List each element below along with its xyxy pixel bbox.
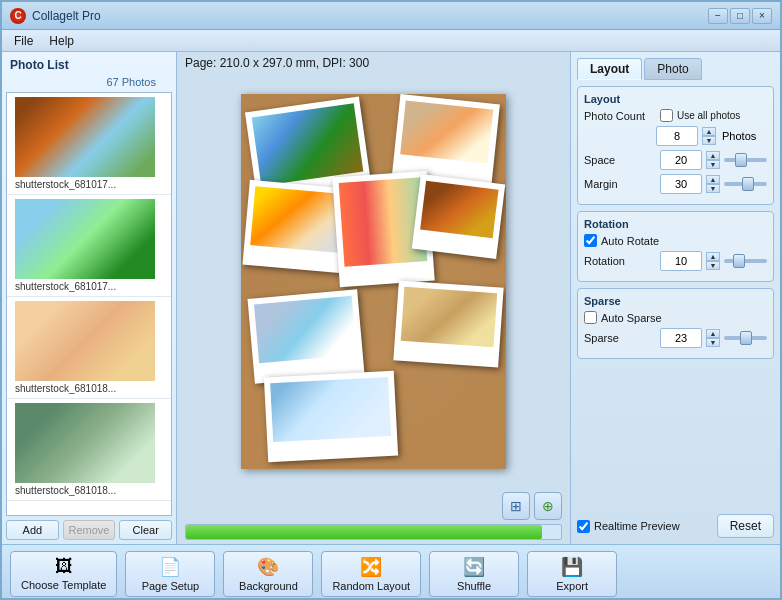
sparse-input[interactable] xyxy=(660,328,702,348)
shuffle-button[interactable]: 🔄 Shuffle xyxy=(429,551,519,597)
rotation-group: Rotation Auto Rotate Rotation ▲ ▼ xyxy=(577,211,774,282)
photo-name-1: shutterstock_681017... xyxy=(15,179,155,190)
space-up[interactable]: ▲ xyxy=(706,151,720,160)
auto-sparse-row: Auto Sparse xyxy=(584,311,767,324)
sparse-group-title: Sparse xyxy=(584,295,767,307)
page-setup-button[interactable]: 📄 Page Setup xyxy=(125,551,215,597)
list-item[interactable]: shutterstock_681018... xyxy=(7,399,171,501)
tab-photo[interactable]: Photo xyxy=(644,58,701,80)
auto-sparse-checkbox[interactable] xyxy=(584,311,597,324)
sparse-slider[interactable] xyxy=(724,336,767,340)
collage-photo-6[interactable] xyxy=(248,289,365,383)
margin-label: Margin xyxy=(584,178,656,190)
photo-scroll-area[interactable]: shutterstock_681017... shutterstock_6810… xyxy=(6,92,172,516)
choose-template-button[interactable]: 🖼 Choose Template xyxy=(10,551,117,597)
collage-photo-7[interactable] xyxy=(393,280,503,367)
canvas-toolbar: ⊞ ⊕ xyxy=(185,492,562,520)
photos-suffix: Photos xyxy=(722,130,756,142)
shuffle-label: Shuffle xyxy=(457,580,491,592)
margin-slider-thumb xyxy=(742,177,754,191)
close-button[interactable]: × xyxy=(752,8,772,24)
menu-file[interactable]: File xyxy=(6,32,41,50)
collage-image-2 xyxy=(400,100,493,163)
photo-name-2: shutterstock_681017... xyxy=(15,281,155,292)
auto-rotate-row: Auto Rotate xyxy=(584,234,767,247)
collage-photo-8[interactable] xyxy=(264,370,398,462)
use-all-checkbox[interactable] xyxy=(660,109,673,122)
window-controls: − □ × xyxy=(708,8,772,24)
export-label: Export xyxy=(556,580,588,592)
photo-name-3: shutterstock_681018... xyxy=(15,383,155,394)
minimize-button[interactable]: − xyxy=(708,8,728,24)
collage-image-1 xyxy=(252,103,364,186)
photo-thumb-3 xyxy=(15,301,155,381)
tab-layout[interactable]: Layout xyxy=(577,58,642,80)
rotation-slider-thumb xyxy=(733,254,745,268)
list-item[interactable]: shutterstock_681017... xyxy=(7,195,171,297)
photo-count-down[interactable]: ▼ xyxy=(702,136,716,145)
realtime-checkbox[interactable] xyxy=(577,520,590,533)
random-layout-icon: 🔀 xyxy=(360,556,382,578)
margin-down[interactable]: ▼ xyxy=(706,184,720,193)
margin-up[interactable]: ▲ xyxy=(706,175,720,184)
reset-button[interactable]: Reset xyxy=(717,514,774,538)
photo-name-4: shutterstock_681018... xyxy=(15,485,155,496)
right-panel: Layout Photo Layout Photo Count Use all … xyxy=(570,52,780,544)
photo-count: 67 Photos xyxy=(6,76,172,88)
auto-rotate-label: Auto Rotate xyxy=(601,235,659,247)
collage-canvas[interactable] xyxy=(241,94,506,469)
main-area: Photo List 67 Photos shutterstock_681017… xyxy=(2,52,780,544)
crop-tool-button[interactable]: ⊞ xyxy=(502,492,530,520)
margin-input[interactable] xyxy=(660,174,702,194)
choose-template-icon: 🖼 xyxy=(55,556,73,577)
page-info: Page: 210.0 x 297.0 mm, DPI: 300 xyxy=(185,56,562,70)
collage-image-7 xyxy=(401,286,498,346)
collage-image-5 xyxy=(420,180,498,238)
sparse-up[interactable]: ▲ xyxy=(706,329,720,338)
photo-count-spinner: ▲ ▼ xyxy=(702,127,716,145)
app-icon: C xyxy=(10,8,26,24)
space-down[interactable]: ▼ xyxy=(706,160,720,169)
sparse-label: Sparse xyxy=(584,332,656,344)
photo-count-up[interactable]: ▲ xyxy=(702,127,716,136)
clear-button[interactable]: Clear xyxy=(119,520,172,540)
random-layout-button[interactable]: 🔀 Random Layout xyxy=(321,551,421,597)
space-input[interactable] xyxy=(660,150,702,170)
menu-help[interactable]: Help xyxy=(41,32,82,50)
title-bar: C Collagelt Pro − □ × xyxy=(2,2,780,30)
remove-button[interactable]: Remove xyxy=(63,520,116,540)
choose-template-label: Choose Template xyxy=(21,579,106,591)
rotation-slider[interactable] xyxy=(724,259,767,263)
collage-photo-5[interactable] xyxy=(412,174,506,259)
space-slider[interactable] xyxy=(724,158,767,162)
collage-image-8 xyxy=(270,376,391,441)
rotation-input[interactable] xyxy=(660,251,702,271)
page-setup-label: Page Setup xyxy=(142,580,200,592)
canvas-container xyxy=(185,74,562,488)
add-button[interactable]: Add xyxy=(6,520,59,540)
maximize-button[interactable]: □ xyxy=(730,8,750,24)
space-row: Space ▲ ▼ xyxy=(584,150,767,170)
photo-count-input[interactable] xyxy=(656,126,698,146)
photo-list-panel: Photo List 67 Photos shutterstock_681017… xyxy=(2,52,177,544)
list-item[interactable]: shutterstock_681018... xyxy=(7,297,171,399)
margin-slider[interactable] xyxy=(724,182,767,186)
background-icon: 🎨 xyxy=(257,556,279,578)
menu-bar: File Help xyxy=(2,30,780,52)
add-photo-tool-button[interactable]: ⊕ xyxy=(534,492,562,520)
realtime-check: Realtime Preview xyxy=(577,520,680,533)
background-button[interactable]: 🎨 Background xyxy=(223,551,313,597)
app-title: Collagelt Pro xyxy=(32,9,101,23)
collage-image-6 xyxy=(254,295,357,362)
rotation-down[interactable]: ▼ xyxy=(706,261,720,270)
auto-rotate-checkbox[interactable] xyxy=(584,234,597,247)
photo-thumb-4 xyxy=(15,403,155,483)
list-item[interactable]: shutterstock_681017... xyxy=(7,93,171,195)
rotation-up[interactable]: ▲ xyxy=(706,252,720,261)
collage-photo-2[interactable] xyxy=(392,94,500,184)
sparse-group: Sparse Auto Sparse Sparse ▲ ▼ xyxy=(577,288,774,359)
sparse-spinner: ▲ ▼ xyxy=(706,329,720,347)
export-button[interactable]: 💾 Export xyxy=(527,551,617,597)
background-label: Background xyxy=(239,580,298,592)
sparse-down[interactable]: ▼ xyxy=(706,338,720,347)
